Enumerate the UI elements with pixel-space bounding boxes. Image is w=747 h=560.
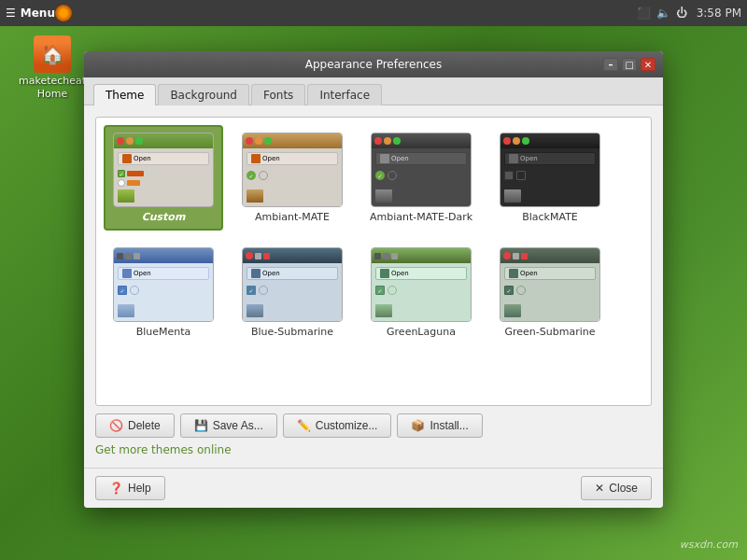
theme-label-greenlaguna: GreenLaguna: [387, 326, 456, 338]
theme-item-greensub[interactable]: Open ✓: [490, 240, 610, 345]
theme-item-custom[interactable]: Open ✓: [104, 125, 223, 231]
tab-interface[interactable]: Interface: [307, 84, 382, 105]
install-label: Install...: [430, 419, 468, 432]
theme-preview-ambiant: Open ✓: [242, 133, 343, 207]
tab-bar: Theme Background Fonts Interface: [84, 77, 663, 105]
panel-icons: ⬛ 🔈 ⏻: [637, 7, 687, 20]
maximize-button[interactable]: □: [622, 58, 637, 71]
watermark: wsxdn.com: [680, 539, 738, 551]
theme-item-bluesub[interactable]: Open ✓: [233, 240, 352, 345]
theme-preview-ambiant-dark: Open ✓: [371, 133, 472, 207]
install-button[interactable]: 📦 Install...: [397, 413, 482, 438]
theme-preview-bluesub: Open ✓: [242, 247, 343, 322]
save-icon: 💾: [194, 419, 208, 432]
home-folder-icon: 🏠: [34, 35, 71, 73]
sound-icon: 🔈: [656, 7, 670, 20]
close-label: Close: [609, 482, 638, 495]
tab-theme[interactable]: Theme: [93, 84, 156, 105]
theme-preview-custom: Open ✓: [113, 133, 214, 207]
theme-label-ambiant-dark: Ambiant-MATE-Dark: [370, 211, 472, 223]
themes-grid[interactable]: Open ✓: [95, 117, 652, 406]
theme-item-bluementa[interactable]: Open ✓: [104, 240, 223, 345]
firefox-icon[interactable]: [55, 5, 72, 21]
theme-preview-greensub: Open ✓: [500, 247, 600, 322]
save-as-button[interactable]: 💾 Save As...: [180, 413, 277, 438]
panel-right: ⬛ 🔈 ⏻ 3:58 PM: [637, 7, 741, 20]
install-icon: 📦: [411, 419, 425, 432]
tab-background[interactable]: Background: [158, 84, 249, 105]
theme-label-bluementa: BlueMenta: [136, 326, 191, 338]
dialog-footer: ❓ Help ✕ Close: [84, 468, 663, 508]
theme-item-ambiant[interactable]: Open ✓: [233, 125, 352, 231]
theme-preview-black: Open: [500, 133, 600, 207]
customize-icon: ✏️: [297, 419, 311, 432]
theme-item-ambiant-dark[interactable]: Open ✓: [361, 125, 481, 231]
help-label: Help: [128, 482, 151, 495]
home-icon[interactable]: 🏠 maketecheatHome: [19, 35, 86, 102]
clock: 3:58 PM: [697, 7, 741, 20]
desktop: ☰ Menu ⬛ 🔈 ⏻ 3:58 PM 🏠 maketecheatHome A…: [0, 0, 747, 560]
theme-label-ambiant: Ambiant-MATE: [255, 211, 330, 223]
delete-label: Delete: [128, 419, 161, 432]
network-icon: ⬛: [637, 7, 651, 20]
theme-preview-greenlaguna: Open ✓: [371, 247, 472, 322]
content-area: Open ✓: [84, 105, 663, 468]
theme-item-black[interactable]: Open: [490, 125, 610, 231]
close-icon: ✕: [595, 482, 604, 495]
customize-label: Customize...: [316, 419, 378, 432]
help-button[interactable]: ❓ Help: [95, 476, 165, 500]
action-buttons-row: 🚫 Delete 💾 Save As... ✏️ Customize... 📦 …: [95, 406, 652, 441]
titlebar: Appearance Preferences – □ ✕: [84, 51, 663, 77]
minimize-button[interactable]: –: [603, 58, 618, 71]
menu-icon: ☰: [6, 7, 16, 20]
delete-button[interactable]: 🚫 Delete: [95, 413, 175, 438]
theme-label-custom: Custom: [142, 211, 186, 223]
theme-label-black: BlackMATE: [522, 211, 578, 223]
customize-button[interactable]: ✏️ Customize...: [283, 413, 392, 438]
menu-label: Menu: [21, 7, 55, 20]
titlebar-controls: – □ ✕: [603, 58, 655, 71]
theme-label-greensub: Green-Submarine: [505, 326, 596, 338]
delete-icon: 🚫: [109, 419, 123, 432]
home-icon-label: maketecheatHome: [19, 75, 86, 102]
top-panel: ☰ Menu ⬛ 🔈 ⏻ 3:58 PM: [0, 0, 747, 26]
theme-item-greenlaguna[interactable]: Open ✓: [361, 240, 481, 345]
tab-fonts[interactable]: Fonts: [251, 84, 305, 105]
help-icon: ❓: [109, 482, 123, 495]
theme-label-bluesub: Blue-Submarine: [251, 326, 333, 338]
power-icon: ⏻: [676, 7, 687, 20]
save-as-label: Save As...: [213, 419, 263, 432]
window-title: Appearance Preferences: [305, 58, 442, 71]
close-titlebar-button[interactable]: ✕: [641, 58, 655, 71]
get-more-link[interactable]: Get more themes online: [95, 443, 652, 456]
menu-button[interactable]: ☰ Menu: [6, 7, 55, 20]
appearance-preferences-dialog: Appearance Preferences – □ ✕ Theme Backg…: [84, 51, 663, 508]
theme-preview-bluementa: Open ✓: [113, 247, 214, 322]
close-button[interactable]: ✕ Close: [581, 476, 652, 500]
